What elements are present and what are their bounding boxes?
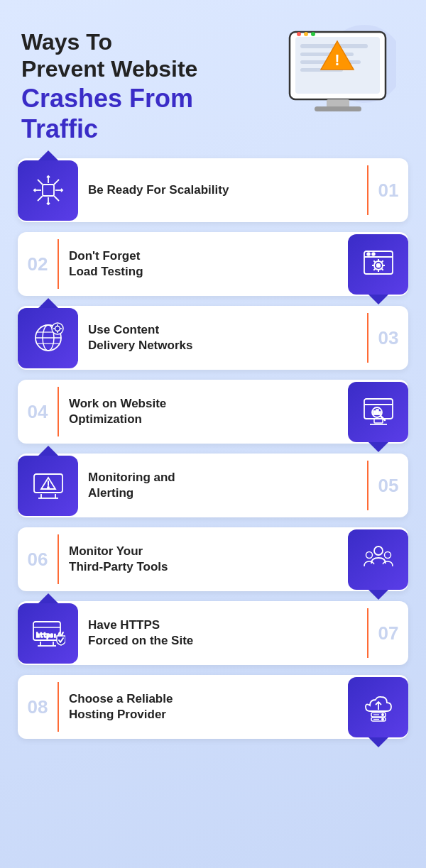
item-text-4: Work on WebsiteOptimization: [59, 389, 348, 434]
item-row-6: 06 Monitor YourThird-Party Tools: [18, 527, 408, 591]
svg-rect-50: [374, 419, 383, 423]
third-party-icon: [361, 542, 395, 576]
item-icon-2: [348, 234, 408, 295]
item-number-5: 05: [367, 461, 408, 510]
item-row-1: Be Ready For Scalability 01: [18, 158, 408, 222]
svg-rect-10: [315, 106, 361, 111]
svg-point-66: [366, 552, 372, 559]
svg-point-64: [47, 487, 48, 488]
item-row-2: 02 Don't ForgetLoad Testing: [18, 232, 408, 296]
svg-line-22: [38, 196, 43, 201]
item-text-3: Use ContentDelivery Networks: [78, 315, 367, 361]
scalability-icon: [31, 173, 65, 207]
svg-line-21: [54, 180, 59, 185]
item-number-8: 08: [18, 682, 59, 732]
item-text-1: Be Ready For Scalability: [78, 175, 367, 205]
svg-line-19: [38, 180, 43, 185]
item-number-3: 03: [367, 313, 408, 363]
item-number-4: 04: [18, 387, 59, 436]
item-icon-4: [348, 382, 408, 442]
header-illustration: !: [263, 21, 405, 131]
item-icon-5: [18, 456, 78, 516]
item-text-5: Monitoring andAlerting: [78, 463, 367, 508]
load-testing-icon: [361, 247, 395, 281]
svg-point-25: [367, 253, 370, 256]
item-number-1: 01: [367, 165, 408, 215]
item-icon-6: [348, 529, 408, 590]
svg-line-35: [381, 260, 383, 262]
item-icon-1: [18, 160, 78, 221]
header-normal-title: Ways ToPrevent Website: [21, 28, 263, 83]
cdn-icon: [31, 321, 65, 355]
item-row-5: Monitoring andAlerting 05: [18, 454, 408, 517]
header-accent-title: Crashes FromTraffic: [21, 83, 263, 144]
svg-point-12: [304, 32, 308, 36]
item-icon-7: https://: [18, 603, 78, 664]
items-container: Be Ready For Scalability 01 02 Don't For…: [0, 151, 426, 753]
header: Ways ToPrevent Website Crashes FromTraff…: [0, 0, 426, 151]
svg-point-65: [374, 546, 383, 555]
svg-rect-48: [364, 399, 393, 419]
svg-point-26: [372, 253, 375, 256]
item-text-8: Choose a ReliableHosting Provider: [59, 684, 348, 730]
svg-point-77: [381, 718, 383, 720]
svg-line-34: [381, 269, 383, 270]
item-number-2: 02: [18, 239, 59, 289]
svg-text:!: !: [334, 51, 339, 69]
item-text-2: Don't ForgetLoad Testing: [59, 241, 348, 287]
item-row-3: Use ContentDelivery Networks 03: [18, 306, 408, 370]
svg-rect-54: [373, 411, 376, 414]
optimization-icon: [361, 395, 395, 429]
https-icon: https://: [31, 616, 65, 650]
item-icon-3: [18, 308, 78, 368]
monitor-icon: !: [272, 21, 396, 131]
item-text-6: Monitor YourThird-Party Tools: [59, 537, 348, 582]
monitoring-icon: [31, 468, 65, 502]
svg-point-28: [376, 264, 380, 268]
hosting-icon: [361, 690, 395, 724]
svg-rect-56: [379, 412, 381, 414]
item-row-8: 08 Choose a ReliableHosting Provider: [18, 675, 408, 739]
svg-rect-14: [43, 185, 54, 196]
item-number-7: 07: [367, 608, 408, 658]
svg-point-76: [381, 714, 383, 715]
item-row-7: https:// Have HTTPSForced on the Site 07: [18, 601, 408, 665]
item-row-4: 04 Work on WebsiteOptimization: [18, 380, 408, 444]
svg-point-13: [311, 32, 315, 36]
item-number-6: 06: [18, 534, 59, 584]
svg-line-20: [54, 196, 59, 201]
svg-point-67: [384, 552, 390, 559]
item-icon-8: [348, 677, 408, 737]
header-text: Ways ToPrevent Website Crashes FromTraff…: [21, 21, 263, 144]
svg-line-33: [373, 260, 375, 262]
svg-line-36: [373, 269, 375, 270]
item-text-7: Have HTTPSForced on the Site: [78, 610, 367, 656]
svg-point-11: [297, 32, 301, 36]
svg-rect-55: [376, 410, 378, 414]
